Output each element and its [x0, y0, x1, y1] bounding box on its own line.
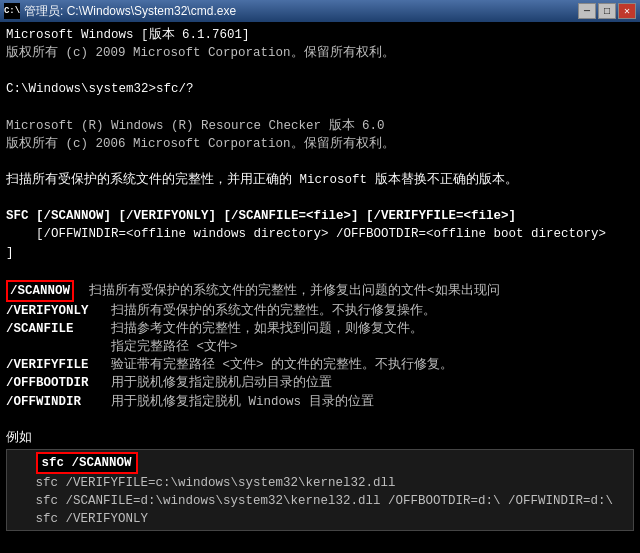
line-offwindir: /OFFWINDIR 用于脱机修复指定脱机 Windows 目录的位置 [6, 393, 634, 411]
line-13: ] [6, 244, 634, 262]
line-offbootdir: /OFFBOOTDIR 用于脱机修复指定脱机启动目录的位置 [6, 374, 634, 392]
terminal-body: Microsoft Windows [版本 6.1.7601] 版权所有 (c)… [0, 22, 640, 553]
maximize-button[interactable]: □ [598, 3, 616, 19]
ex-line1: sfc /SCANNOW [13, 452, 627, 474]
cmd-icon: C:\ [4, 3, 20, 19]
line-11: SFC [/SCANNOW] [/VERIFYONLY] [/SCANFILE=… [6, 207, 634, 225]
line-4: C:\Windows\system32>sfc/? [6, 80, 634, 98]
line-3 [6, 62, 634, 80]
title-bar-left: C:\ 管理员: C:\Windows\System32\cmd.exe [4, 3, 236, 20]
line-6: Microsoft (R) Windows (R) Resource Check… [6, 117, 634, 135]
line-10 [6, 189, 634, 207]
scannow-highlight: /SCANNOW [6, 280, 74, 302]
line-5 [6, 99, 634, 117]
minimize-button[interactable]: ─ [578, 3, 596, 19]
window-title: 管理员: C:\Windows\System32\cmd.exe [24, 3, 236, 20]
line-12: [/OFFWINDIR=<offline windows directory> … [6, 225, 634, 243]
title-bar: C:\ 管理员: C:\Windows\System32\cmd.exe ─ □… [0, 0, 640, 22]
window-controls[interactable]: ─ □ ✕ [578, 3, 636, 19]
line-blank [6, 411, 634, 429]
scannow-example-highlight: sfc /SCANNOW [36, 452, 138, 474]
line-14 [6, 262, 634, 280]
line-scanfile: /SCANFILE 扫描参考文件的完整性，如果找到问题，则修复文件。 [6, 320, 634, 338]
line-8 [6, 153, 634, 171]
line-example-label: 例如 [6, 429, 634, 447]
line-verifyfile: /VERIFYFILE 验证带有完整路径 <文件> 的文件的完整性。不执行修复。 [6, 356, 634, 374]
line-blank2 [6, 533, 634, 551]
line-verifyonly: /VERIFYONLY 扫描所有受保护的系统文件的完整性。不执行修复操作。 [6, 302, 634, 320]
line-2: 版权所有 (c) 2009 Microsoft Corporation。保留所有… [6, 44, 634, 62]
line-7: 版权所有 (c) 2006 Microsoft Corporation。保留所有… [6, 135, 634, 153]
line-scanfile2: 指定完整路径 <文件> [6, 338, 634, 356]
close-button[interactable]: ✕ [618, 3, 636, 19]
ex-line2: sfc /VERIFYFILE=c:\windows\system32\kern… [13, 474, 627, 492]
line-scannow: /SCANNOW 扫描所有受保护的系统文件的完整性，并修复出问题的文件<如果出现… [6, 280, 634, 302]
ex-line3: sfc /SCANFILE=d:\windows\system32\kernel… [13, 492, 627, 510]
line-9: 扫描所有受保护的系统文件的完整性，并用正确的 Microsoft 版本替换不正确… [6, 171, 634, 189]
example-section: sfc /SCANNOW sfc /VERIFYFILE=c:\windows\… [6, 449, 634, 532]
line-1: Microsoft Windows [版本 6.1.7601] [6, 26, 634, 44]
ex-line4: sfc /VERIFYONLY [13, 510, 627, 528]
